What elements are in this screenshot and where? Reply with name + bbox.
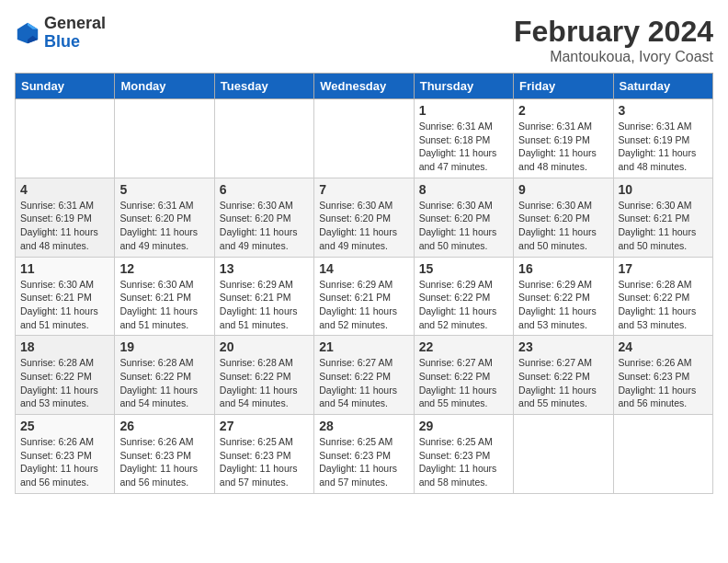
day-info: Sunrise: 6:27 AMSunset: 6:22 PMDaylight:… bbox=[518, 356, 608, 410]
day-number: 3 bbox=[619, 103, 708, 118]
day-info: Sunrise: 6:25 AMSunset: 6:23 PMDaylight:… bbox=[419, 435, 508, 489]
day-info: Sunrise: 6:27 AMSunset: 6:22 PMDaylight:… bbox=[419, 356, 508, 410]
day-number: 15 bbox=[419, 261, 508, 276]
calendar-day-cell: 15Sunrise: 6:29 AMSunset: 6:22 PMDayligh… bbox=[414, 257, 513, 336]
day-number: 5 bbox=[119, 182, 209, 197]
day-number: 22 bbox=[419, 339, 508, 354]
calendar-day-cell: 13Sunrise: 6:29 AMSunset: 6:21 PMDayligh… bbox=[214, 257, 313, 336]
day-number: 28 bbox=[319, 419, 408, 433]
logo-blue: Blue bbox=[44, 32, 80, 51]
calendar-day-cell: 14Sunrise: 6:29 AMSunset: 6:21 PMDayligh… bbox=[314, 257, 414, 336]
location-title: Mantoukoua, Ivory Coast bbox=[514, 49, 713, 65]
calendar-day-cell: 10Sunrise: 6:30 AMSunset: 6:21 PMDayligh… bbox=[613, 178, 712, 257]
logo-general: General bbox=[44, 14, 106, 32]
day-of-week-header: Wednesday bbox=[314, 74, 414, 99]
calendar-day-cell: 5Sunrise: 6:31 AMSunset: 6:20 PMDaylight… bbox=[115, 178, 214, 257]
day-info: Sunrise: 6:29 AMSunset: 6:21 PMDaylight:… bbox=[220, 278, 309, 332]
day-number: 1 bbox=[419, 103, 508, 118]
calendar-day-cell bbox=[214, 99, 313, 178]
page-header: General Blue February 2024 Mantoukoua, I… bbox=[15, 15, 713, 65]
logo: General Blue bbox=[15, 15, 106, 52]
day-number: 25 bbox=[20, 419, 109, 433]
calendar-day-cell: 27Sunrise: 6:25 AMSunset: 6:23 PMDayligh… bbox=[214, 415, 313, 494]
calendar-day-cell: 19Sunrise: 6:28 AMSunset: 6:22 PMDayligh… bbox=[115, 336, 214, 415]
day-info: Sunrise: 6:25 AMSunset: 6:23 PMDaylight:… bbox=[220, 435, 309, 489]
title-section: February 2024 Mantoukoua, Ivory Coast bbox=[514, 15, 713, 65]
day-number: 12 bbox=[119, 261, 209, 276]
day-info: Sunrise: 6:30 AMSunset: 6:20 PMDaylight:… bbox=[220, 199, 309, 253]
calendar-day-cell bbox=[514, 415, 613, 494]
calendar-week-row: 4Sunrise: 6:31 AMSunset: 6:19 PMDaylight… bbox=[16, 178, 713, 257]
page-container: General Blue February 2024 Mantoukoua, I… bbox=[15, 15, 713, 494]
calendar-day-cell: 22Sunrise: 6:27 AMSunset: 6:22 PMDayligh… bbox=[414, 336, 513, 415]
day-info: Sunrise: 6:30 AMSunset: 6:21 PMDaylight:… bbox=[20, 278, 109, 332]
calendar-day-cell: 29Sunrise: 6:25 AMSunset: 6:23 PMDayligh… bbox=[414, 415, 513, 494]
day-number: 17 bbox=[619, 261, 708, 276]
calendar-day-cell: 1Sunrise: 6:31 AMSunset: 6:18 PMDaylight… bbox=[414, 99, 513, 178]
calendar-day-cell: 23Sunrise: 6:27 AMSunset: 6:22 PMDayligh… bbox=[514, 336, 613, 415]
day-of-week-header: Monday bbox=[115, 74, 214, 99]
calendar-day-cell: 20Sunrise: 6:28 AMSunset: 6:22 PMDayligh… bbox=[214, 336, 313, 415]
calendar-day-cell: 21Sunrise: 6:27 AMSunset: 6:22 PMDayligh… bbox=[314, 336, 414, 415]
day-info: Sunrise: 6:29 AMSunset: 6:22 PMDaylight:… bbox=[518, 278, 608, 332]
calendar-day-cell bbox=[115, 99, 214, 178]
calendar-day-cell: 3Sunrise: 6:31 AMSunset: 6:19 PMDaylight… bbox=[613, 99, 712, 178]
day-of-week-header: Saturday bbox=[613, 74, 712, 99]
day-info: Sunrise: 6:31 AMSunset: 6:19 PMDaylight:… bbox=[20, 199, 109, 253]
day-info: Sunrise: 6:30 AMSunset: 6:21 PMDaylight:… bbox=[119, 278, 209, 332]
day-of-week-header: Thursday bbox=[414, 74, 513, 99]
calendar-day-cell: 28Sunrise: 6:25 AMSunset: 6:23 PMDayligh… bbox=[314, 415, 414, 494]
calendar-week-row: 18Sunrise: 6:28 AMSunset: 6:22 PMDayligh… bbox=[16, 336, 713, 415]
calendar-header-row: SundayMondayTuesdayWednesdayThursdayFrid… bbox=[16, 74, 713, 99]
calendar-table: SundayMondayTuesdayWednesdayThursdayFrid… bbox=[15, 73, 713, 494]
calendar-week-row: 11Sunrise: 6:30 AMSunset: 6:21 PMDayligh… bbox=[16, 257, 713, 336]
day-number: 26 bbox=[119, 419, 209, 433]
day-number: 8 bbox=[419, 182, 508, 197]
day-info: Sunrise: 6:27 AMSunset: 6:22 PMDaylight:… bbox=[319, 356, 408, 410]
calendar-day-cell bbox=[16, 99, 115, 178]
calendar-week-row: 1Sunrise: 6:31 AMSunset: 6:18 PMDaylight… bbox=[16, 99, 713, 178]
calendar-day-cell: 6Sunrise: 6:30 AMSunset: 6:20 PMDaylight… bbox=[214, 178, 313, 257]
month-title: February 2024 bbox=[514, 15, 713, 49]
day-number: 20 bbox=[220, 339, 309, 354]
day-number: 19 bbox=[119, 339, 209, 354]
calendar-day-cell: 9Sunrise: 6:30 AMSunset: 6:20 PMDaylight… bbox=[514, 178, 613, 257]
day-info: Sunrise: 6:26 AMSunset: 6:23 PMDaylight:… bbox=[20, 435, 109, 489]
logo-icon bbox=[15, 20, 40, 46]
day-number: 13 bbox=[220, 261, 309, 276]
calendar-day-cell bbox=[613, 415, 712, 494]
day-info: Sunrise: 6:29 AMSunset: 6:21 PMDaylight:… bbox=[319, 278, 408, 332]
day-info: Sunrise: 6:31 AMSunset: 6:18 PMDaylight:… bbox=[419, 120, 508, 174]
day-number: 21 bbox=[319, 339, 408, 354]
day-info: Sunrise: 6:31 AMSunset: 6:20 PMDaylight:… bbox=[119, 199, 209, 253]
day-info: Sunrise: 6:26 AMSunset: 6:23 PMDaylight:… bbox=[119, 435, 209, 489]
day-number: 29 bbox=[419, 419, 508, 433]
calendar-day-cell: 24Sunrise: 6:26 AMSunset: 6:23 PMDayligh… bbox=[613, 336, 712, 415]
logo-text: General Blue bbox=[44, 15, 106, 52]
day-info: Sunrise: 6:30 AMSunset: 6:21 PMDaylight:… bbox=[619, 199, 708, 253]
day-number: 7 bbox=[319, 182, 408, 197]
day-number: 27 bbox=[220, 419, 309, 433]
day-number: 24 bbox=[619, 339, 708, 354]
day-info: Sunrise: 6:31 AMSunset: 6:19 PMDaylight:… bbox=[518, 120, 608, 174]
calendar-day-cell: 11Sunrise: 6:30 AMSunset: 6:21 PMDayligh… bbox=[16, 257, 115, 336]
calendar-day-cell: 18Sunrise: 6:28 AMSunset: 6:22 PMDayligh… bbox=[16, 336, 115, 415]
day-number: 23 bbox=[518, 339, 608, 354]
calendar-day-cell: 2Sunrise: 6:31 AMSunset: 6:19 PMDaylight… bbox=[514, 99, 613, 178]
day-info: Sunrise: 6:28 AMSunset: 6:22 PMDaylight:… bbox=[220, 356, 309, 410]
day-info: Sunrise: 6:31 AMSunset: 6:19 PMDaylight:… bbox=[619, 120, 708, 174]
day-number: 14 bbox=[319, 261, 408, 276]
day-info: Sunrise: 6:25 AMSunset: 6:23 PMDaylight:… bbox=[319, 435, 408, 489]
day-info: Sunrise: 6:29 AMSunset: 6:22 PMDaylight:… bbox=[419, 278, 508, 332]
day-number: 6 bbox=[220, 182, 309, 197]
calendar-day-cell: 17Sunrise: 6:28 AMSunset: 6:22 PMDayligh… bbox=[613, 257, 712, 336]
day-of-week-header: Friday bbox=[514, 74, 613, 99]
calendar-day-cell: 12Sunrise: 6:30 AMSunset: 6:21 PMDayligh… bbox=[115, 257, 214, 336]
day-info: Sunrise: 6:30 AMSunset: 6:20 PMDaylight:… bbox=[319, 199, 408, 253]
day-number: 9 bbox=[518, 182, 608, 197]
day-info: Sunrise: 6:28 AMSunset: 6:22 PMDaylight:… bbox=[619, 278, 708, 332]
calendar-day-cell: 26Sunrise: 6:26 AMSunset: 6:23 PMDayligh… bbox=[115, 415, 214, 494]
day-number: 2 bbox=[518, 103, 608, 118]
day-number: 18 bbox=[20, 339, 109, 354]
day-number: 10 bbox=[619, 182, 708, 197]
